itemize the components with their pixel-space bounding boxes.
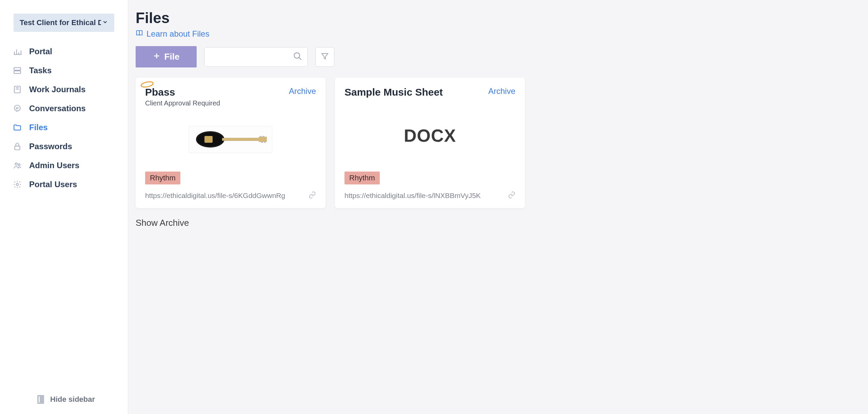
users-icon (13, 161, 22, 170)
docx-label: DOCX (404, 125, 456, 146)
hide-sidebar-label: Hide sidebar (50, 395, 95, 404)
toolbar: File (136, 46, 854, 67)
svg-point-14 (15, 163, 18, 165)
show-archive-link[interactable]: Show Archive (136, 218, 854, 228)
learn-link[interactable]: Learn about Files (136, 29, 854, 39)
card-subtitle: Client Approval Required (145, 99, 316, 107)
svg-rect-25 (204, 136, 213, 143)
card-header: Sample Music Sheet Archive (344, 86, 515, 98)
sidebar-item-label: Portal Users (29, 180, 77, 189)
learn-link-label: Learn about Files (146, 29, 209, 39)
archive-link[interactable]: Archive (488, 86, 515, 96)
link-icon[interactable] (309, 191, 316, 200)
tag[interactable]: Rhythm (145, 172, 180, 184)
url-row: https://ethicaldigital.us/file-s/lNXBBmV… (344, 191, 515, 200)
main-content: Files Learn about Files File (128, 0, 868, 414)
server-icon (13, 66, 22, 75)
chat-icon (13, 104, 22, 113)
svg-rect-26 (222, 138, 259, 141)
svg-point-29 (260, 136, 262, 138)
file-card[interactable]: Sample Music Sheet Archive DOCX Rhythm h… (335, 78, 525, 208)
sidebar-item-label: Admin Users (29, 161, 79, 170)
gear-icon (13, 180, 22, 189)
cards-container: Pbass Archive Client Approval Required (136, 78, 854, 208)
add-file-button[interactable]: File (136, 46, 197, 67)
sidebar-item-portal[interactable]: Portal (13, 42, 128, 61)
sidebar-item-label: Passwords (29, 142, 72, 151)
filter-icon (321, 52, 329, 61)
svg-point-32 (264, 141, 266, 143)
svg-rect-13 (15, 146, 20, 150)
sidebar-item-tasks[interactable]: Tasks (13, 61, 128, 80)
svg-rect-28 (259, 137, 267, 142)
halo-icon (140, 80, 155, 90)
chevron-down-icon (102, 19, 108, 27)
card-preview (145, 114, 316, 165)
url-text: https://ethicaldigital.us/file-s/lNXBBmV… (344, 192, 481, 200)
sidebar-item-label: Tasks (29, 66, 52, 75)
svg-point-16 (16, 183, 19, 186)
svg-line-20 (299, 57, 301, 60)
client-selector-label: Test Client for Ethical Digit (20, 18, 101, 27)
page-title: Files (136, 9, 854, 26)
search-input[interactable] (204, 47, 308, 67)
svg-point-22 (141, 81, 154, 88)
client-selector[interactable]: Test Client for Ethical Digit (14, 14, 114, 32)
svg-point-10 (14, 105, 20, 111)
svg-point-15 (18, 164, 20, 165)
book-icon (13, 85, 22, 94)
sidebar-item-work-journals[interactable]: Work Journals (13, 80, 128, 99)
tag-row: Rhythm (344, 172, 515, 184)
card-header: Pbass Archive (145, 86, 316, 98)
sidebar-item-admin-users[interactable]: Admin Users (13, 156, 128, 175)
search-wrapper (204, 47, 308, 67)
sidebar-item-label: Conversations (29, 104, 86, 113)
svg-marker-21 (322, 54, 328, 59)
sidebar-item-passwords[interactable]: Passwords (13, 137, 128, 156)
svg-point-19 (294, 53, 300, 58)
sidebar-item-label: Files (29, 123, 48, 132)
filter-button[interactable] (315, 47, 334, 67)
sidebar-nav: Portal Tasks Work Journals Conversations… (0, 42, 128, 389)
add-file-label: File (164, 52, 180, 62)
file-card[interactable]: Pbass Archive Client Approval Required (136, 78, 326, 208)
folder-icon (13, 123, 22, 132)
tag[interactable]: Rhythm (344, 172, 380, 184)
link-icon[interactable] (508, 191, 515, 200)
open-book-icon (136, 29, 143, 39)
card-preview: DOCX (344, 106, 515, 165)
plus-icon (153, 52, 160, 62)
svg-point-30 (263, 136, 264, 138)
tag-row: Rhythm (145, 172, 316, 184)
archive-link[interactable]: Archive (289, 86, 316, 96)
svg-rect-6 (14, 71, 21, 74)
sidebar-item-conversations[interactable]: Conversations (13, 99, 128, 118)
card-title: Sample Music Sheet (344, 86, 443, 98)
sidebar-item-files[interactable]: Files (13, 118, 128, 137)
url-text: https://ethicaldigital.us/file-s/6KGddGw… (145, 192, 285, 200)
sidebar-item-label: Work Journals (29, 85, 85, 94)
lock-icon (13, 142, 22, 151)
search-icon[interactable] (293, 52, 302, 62)
url-row: https://ethicaldigital.us/file-s/6KGddGw… (145, 191, 316, 200)
sidebar-item-label: Portal (29, 47, 52, 56)
bar-chart-icon (13, 47, 22, 56)
hide-sidebar-button[interactable]: Hide sidebar (0, 389, 128, 414)
panel-left-icon (37, 395, 44, 404)
sidebar-item-portal-users[interactable]: Portal Users (13, 175, 128, 194)
svg-rect-5 (14, 67, 21, 70)
bass-guitar-image (189, 126, 272, 153)
svg-point-31 (261, 141, 263, 143)
sidebar: Test Client for Ethical Digit Portal Tas… (0, 0, 128, 414)
